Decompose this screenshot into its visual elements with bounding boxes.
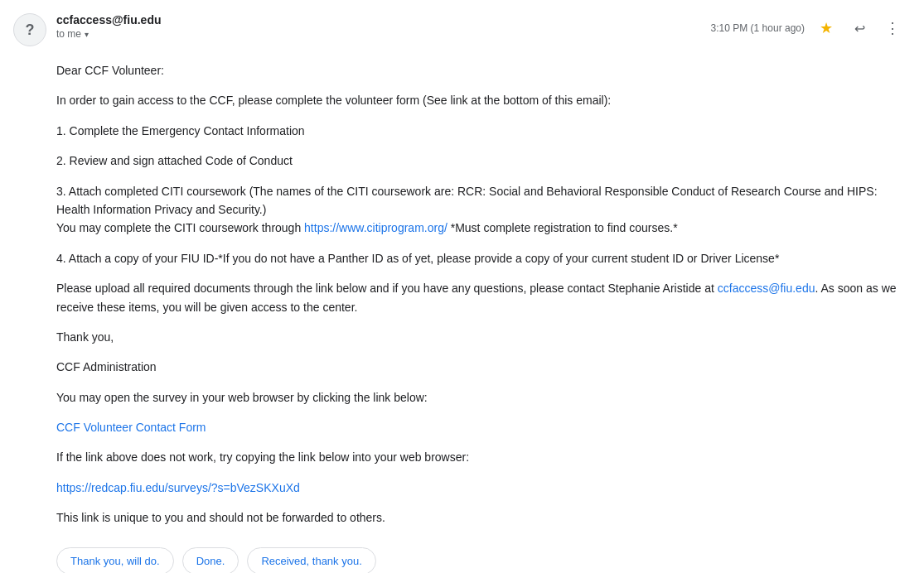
survey-link[interactable]: CCF Volunteer Contact Form: [56, 421, 206, 434]
quick-reply-button-1[interactable]: Done.: [182, 547, 239, 573]
sender-info: ccfaccess@fiu.edu to me ▾: [56, 13, 162, 40]
reply-button[interactable]: ↩: [848, 17, 871, 40]
unique-link-note: This link is unique to you and should no…: [56, 508, 904, 527]
contact-email-link[interactable]: ccfaccess@fiu.edu: [718, 282, 815, 295]
upload-paragraph: Please upload all required documents thr…: [56, 279, 904, 316]
email-body: Dear CCF Volunteer: In order to gain acc…: [56, 61, 904, 527]
email-timestamp: 3:10 PM (1 hour ago): [711, 22, 805, 34]
step3b-pre: You may complete the CITI coursework thr…: [56, 221, 304, 234]
quick-reply-button-2[interactable]: Received, thank you.: [247, 547, 375, 573]
citiprogram-link[interactable]: https://www.citiprogram.org/: [304, 221, 447, 234]
chevron-down-icon: ▾: [85, 30, 89, 39]
to-me-label: to me: [56, 28, 81, 40]
quick-reply-button-0[interactable]: Thank you, will do.: [56, 547, 174, 573]
step1-paragraph: 1. Complete the Emergency Contact Inform…: [56, 122, 904, 140]
quick-replies-container: Thank you, will do. Done. Received, than…: [56, 547, 904, 573]
intro-paragraph: In order to gain access to the CCF, plea…: [56, 91, 904, 109]
step3b-post: *Must complete registration to find cour…: [447, 221, 678, 234]
to-me-row[interactable]: to me ▾: [56, 28, 162, 40]
step3-paragraph: 3. Attach completed CITI coursework (The…: [56, 182, 904, 238]
step3a-text: 3. Attach completed CITI coursework (The…: [56, 185, 878, 216]
signature-text: CCF Administration: [56, 358, 904, 376]
step4-paragraph: 4. Attach a copy of your FIU ID-*If you …: [56, 249, 904, 267]
star-button[interactable]: ★: [815, 17, 838, 40]
sender-email: ccfaccess@fiu.edu: [56, 13, 162, 26]
step2-paragraph: 2. Review and sign attached Code of Cond…: [56, 152, 904, 170]
greeting: Dear CCF Volunteer:: [56, 61, 904, 79]
email-header: ? ccfaccess@fiu.edu to me ▾ 3:10 PM (1 h…: [13, 13, 904, 46]
upload-pre: Please upload all required documents thr…: [56, 282, 718, 295]
avatar: ?: [13, 13, 46, 46]
survey-link-paragraph: CCF Volunteer Contact Form: [56, 418, 904, 436]
fallback-pre: If the link above does not work, try cop…: [56, 448, 904, 466]
thanks-text: Thank you,: [56, 328, 904, 346]
fallback-link-paragraph: https://redcap.fiu.edu/surveys/?s=bVezSK…: [56, 479, 904, 497]
more-options-button[interactable]: ⋮: [881, 17, 904, 40]
fallback-link[interactable]: https://redcap.fiu.edu/surveys/?s=bVezSK…: [56, 481, 300, 494]
survey-intro: You may open the survey in your web brow…: [56, 388, 904, 407]
email-header-actions: 3:10 PM (1 hour ago) ★ ↩ ⋮: [711, 13, 904, 40]
